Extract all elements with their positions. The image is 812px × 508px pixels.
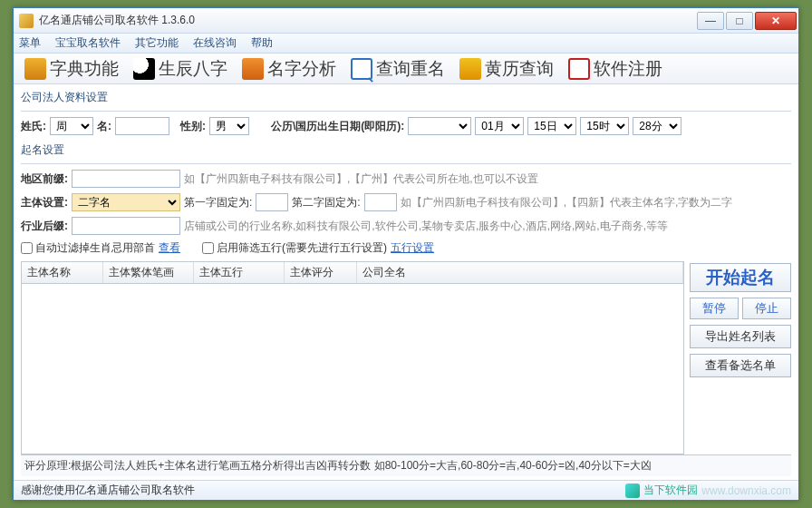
maximize-button[interactable]: □ [726, 12, 753, 30]
wuxing-checkbox[interactable]: 启用筛选五行(需要先进行五行设置) [202, 240, 387, 256]
minute-select[interactable]: 28分 [633, 117, 682, 135]
toolbar-calendar[interactable]: 黄历查询 [454, 55, 559, 83]
view-alt-button[interactable]: 查看备选名单 [690, 354, 791, 377]
toolbar: 字典功能 生辰八字 名字分析 查询重名 黄历查询 R软件注册 [14, 54, 798, 84]
results-table: 主体名称 主体繁体笔画 主体五行 主体评分 公司全名 [21, 261, 684, 454]
menu-help[interactable]: 帮助 [251, 35, 273, 51]
fix1-input[interactable] [256, 193, 288, 211]
fix2-label: 第二字固定为: [292, 195, 360, 210]
register-icon: R [568, 58, 590, 80]
surname-select[interactable]: 周 [50, 117, 93, 135]
wuxing-link[interactable]: 五行设置 [391, 240, 434, 256]
industry-input[interactable] [72, 217, 180, 235]
section-naming-title: 起名设置 [21, 142, 791, 158]
status-message: 感谢您使用亿名通店铺公司取名软件 [21, 483, 195, 498]
toolbar-query[interactable]: 查询重名 [345, 55, 450, 83]
region-input[interactable] [72, 170, 180, 188]
calendar-icon [459, 58, 481, 80]
start-button[interactable]: 开始起名 [690, 263, 791, 292]
subject-label: 主体设置: [21, 195, 68, 210]
statusbar: 感谢您使用亿名通店铺公司取名软件 当下软件园 www.downxia.com [14, 480, 798, 500]
stop-button[interactable]: 停止 [742, 298, 791, 319]
ming-input[interactable] [115, 117, 169, 135]
year-select[interactable] [408, 117, 471, 135]
window-title: 亿名通店铺公司取名软件 1.3.6.0 [39, 13, 695, 28]
dict-icon [24, 58, 46, 80]
col-subject[interactable]: 主体名称 [22, 262, 103, 283]
brand-icon [625, 484, 640, 498]
hour-select[interactable]: 15时 [580, 117, 629, 135]
region-hint: 如【广州四新电子科技有限公司】,【广州】代表公司所在地,也可以不设置 [184, 171, 538, 187]
section-legal-title: 公司法人资料设置 [21, 90, 791, 105]
export-button[interactable]: 导出姓名列表 [690, 325, 791, 348]
birth-label: 公历\国历出生日期(即阳历): [271, 119, 404, 134]
view-link[interactable]: 查看 [159, 240, 180, 256]
col-strokes[interactable]: 主体繁体笔画 [103, 262, 194, 283]
score-info: 评分原理:根据公司法人姓氏+主体名进行笔画五格分析得出吉凶再转分数 如80-10… [21, 454, 791, 476]
menu-main[interactable]: 菜单 [19, 35, 41, 51]
toolbar-register[interactable]: R软件注册 [563, 55, 668, 83]
industry-label: 行业后缀: [21, 219, 68, 234]
ming-label: 名: [97, 119, 111, 134]
fix1-label: 第一字固定为: [184, 195, 252, 210]
search-icon [351, 58, 372, 80]
day-select[interactable]: 15日 [527, 117, 576, 135]
toolbar-name[interactable]: 名字分析 [237, 55, 342, 83]
toolbar-bagua[interactable]: 生辰八字 [128, 55, 233, 83]
close-button[interactable]: ✕ [755, 12, 797, 30]
brand: 当下软件园 www.downxia.com [625, 483, 791, 498]
toolbar-dict[interactable]: 字典功能 [19, 55, 124, 83]
gender-label: 性别: [180, 119, 206, 134]
minimize-button[interactable]: — [697, 12, 724, 30]
surname-label: 姓氏: [21, 119, 46, 134]
titlebar: 亿名通店铺公司取名软件 1.3.6.0 — □ ✕ [14, 8, 798, 34]
col-score[interactable]: 主体评分 [285, 262, 357, 283]
menu-baby[interactable]: 宝宝取名软件 [55, 35, 121, 51]
region-label: 地区前缀: [21, 171, 68, 187]
subject-select[interactable]: 二字名 [72, 193, 180, 211]
name-icon [242, 58, 264, 80]
month-select[interactable]: 01月 [475, 117, 524, 135]
fix2-input[interactable] [364, 193, 397, 211]
gender-select[interactable]: 男 [209, 117, 249, 135]
menu-consult[interactable]: 在线咨询 [193, 35, 237, 51]
pause-button[interactable]: 暂停 [690, 298, 739, 319]
auto-filter-checkbox[interactable]: 自动过滤掉生肖忌用部首 [21, 240, 155, 256]
col-fullname[interactable]: 公司全名 [357, 262, 683, 283]
app-icon [19, 14, 34, 28]
bagua-icon [133, 58, 155, 80]
menu-other[interactable]: 其它功能 [135, 35, 179, 51]
subject-hint: 如【广州四新电子科技有限公司】,【四新】代表主体名字,字数为二字 [401, 195, 733, 210]
menubar: 菜单 宝宝取名软件 其它功能 在线咨询 帮助 [14, 34, 798, 54]
col-wuxing[interactable]: 主体五行 [194, 262, 285, 283]
industry-hint: 店铺或公司的行业名称,如科技有限公司,软件公司,某物专卖店,服务中心,酒店,网络… [184, 219, 668, 234]
